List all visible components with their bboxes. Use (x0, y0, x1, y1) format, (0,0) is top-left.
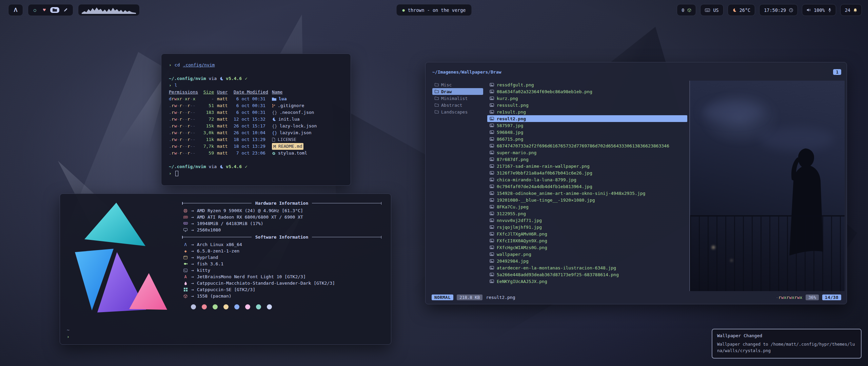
user-cell: matt (217, 129, 231, 136)
command-text: l (175, 82, 177, 89)
file-row[interactable]: 8FKa7Cu.jpeg (487, 203, 687, 210)
file-name: 5a266e448add93deab367d87173e9f25-6837886… (497, 272, 619, 277)
keyboard-layout-module[interactable]: US (700, 4, 723, 16)
sidebar-item-minimalist[interactable]: Minimalist (432, 95, 483, 102)
file-row[interactable]: 217167-sad-anime-rain-wallpaper.png (487, 163, 687, 169)
file-row[interactable]: 08a634fa02a32364f69ebc86a98eb1eb.png (487, 88, 687, 95)
sidebar-item-draw[interactable]: Draw (432, 88, 483, 95)
weather-module[interactable]: 26°C (728, 4, 755, 16)
file-row[interactable]: super-mario.png (487, 149, 687, 156)
file-manager-window[interactable]: ~/Imagenes/Wallpapers/Draw 1 MiscDrawMin… (425, 62, 847, 304)
volume-module[interactable]: 100% (802, 4, 836, 16)
notification-popup[interactable]: Wallpaper Changed Wallpaper changed to /… (712, 329, 862, 359)
palette-dot (267, 304, 272, 309)
file-name: 154928-odinokoe_anime-art-anime-okno-sin… (497, 191, 645, 196)
workspace-2-button[interactable]: ♥ (41, 7, 48, 13)
file-row[interactable]: rsjqojlmjhf91.jpg (487, 224, 687, 230)
file-row[interactable]: FXfcHgcWIAMzs0G.png (487, 244, 687, 251)
shell-prompt: ~ › (67, 327, 70, 340)
file-row[interactable]: resssult.png (487, 102, 687, 108)
workspaces: ○♥ (28, 4, 73, 16)
file-row[interactable]: FXfcII0X0AQyn9X.png (487, 237, 687, 244)
file-row[interactable]: re1sult.png (487, 108, 687, 115)
app-launcher-button[interactable]: Λ (8, 4, 23, 16)
file-row[interactable]: 0c794faf07de24a4db4d4fb1eb813964.jpg (487, 183, 687, 190)
arrow-icon: → (191, 220, 194, 227)
file-row[interactable]: chica-mirando-la-luna-8799.jpg (487, 176, 687, 183)
file-name: 3126f7e9bbf21a8a4af0b67b041c6e26.jpg (497, 170, 592, 176)
current-directory: ~/.config/nvim (169, 163, 206, 170)
updates-module[interactable]: 0 (677, 4, 696, 16)
user-cell: matt (217, 109, 231, 116)
name-cell: {}lazy-lock.json (272, 123, 343, 129)
date-cell: 6 oct 00:31 (234, 96, 269, 102)
icon-theme-value: Catppuccin-SE [GTK2/3] (197, 286, 255, 293)
media-player-module[interactable]: ● thrown - on the verge (396, 4, 472, 16)
file-row[interactable]: kurz.png (487, 95, 687, 102)
workspace-4-button[interactable] (61, 7, 70, 13)
audio-visualizer[interactable] (78, 4, 140, 16)
permissions-cell: .rw-r--r-- (169, 109, 196, 116)
memory-value: 10948MiB / 64183MiB (17%) (197, 220, 263, 227)
wm-value: Hyprland (197, 254, 218, 261)
sidebar-item-misc[interactable]: Misc (432, 81, 483, 88)
sidebar-item-abstract[interactable]: Abstract (432, 102, 483, 108)
heart-icon: ♥ (43, 8, 46, 12)
file-row[interactable]: EeNKYgIUcAAJ5JX.png (487, 278, 687, 285)
file-row[interactable]: 19201080-__blue-tinge__-1920×1080.jpg (487, 197, 687, 203)
folder-open-icon (435, 90, 439, 93)
file-row[interactable]: atardecer-en-la-montanas-ilustracion-634… (487, 264, 687, 271)
package-icon (687, 8, 691, 12)
file-row[interactable]: 5a266e448add93deab367d87173e9f25-6837886… (487, 271, 687, 278)
image-icon (490, 124, 494, 127)
file-name: 0c794faf07de24a4db4d4fb1eb813964.jpg (497, 184, 592, 189)
file-name: resssult.png (497, 103, 529, 108)
terminal-window[interactable]: ›cd.config/nvim ~/.config/nvimviav5.4.6✓… (161, 54, 351, 186)
circle-icon: ○ (34, 8, 36, 12)
file-row[interactable]: ressdfgult.png (487, 81, 687, 88)
file-row[interactable]: 587597.jpg (487, 122, 687, 129)
palette-dot (256, 304, 261, 309)
arrow-icon: → (191, 207, 194, 214)
image-icon (490, 137, 494, 141)
file-row[interactable]: wallpaper.png (487, 251, 687, 258)
lua-moon-icon (219, 77, 223, 81)
user-cell: matt (217, 136, 231, 143)
file-row[interactable]: nnvuv0xj2df71.jpg (487, 217, 687, 224)
date-cell: 6 oct 00:31 (234, 109, 269, 116)
file-row[interactable]: 20492984.jpg (487, 258, 687, 264)
file-row[interactable]: 68747470733a2f2f696d616765732d7769786d70… (487, 142, 687, 149)
file-row[interactable]: FXfcJlTXgAMvH6R.png (487, 230, 687, 237)
arrow-icon: → (191, 241, 194, 248)
size-cell: 7,7k (199, 143, 214, 150)
file-row[interactable]: 3122955.png (487, 210, 687, 217)
file-list-pane: ressdfgult.png08a634fa02a32364f69ebc86a9… (483, 78, 689, 292)
file-row[interactable]: 596848.jpg (487, 129, 687, 136)
image-icon (490, 185, 494, 188)
workspace-3-button[interactable] (50, 7, 59, 13)
terminal-command-line: ›l (169, 82, 343, 89)
git-icon (272, 104, 275, 108)
fastfetch-window[interactable]: Hardware Information →AMD Ryzen 9 5900X … (60, 194, 391, 345)
file-row[interactable]: 154928-odinokoe_anime-art-anime-okno-sin… (487, 190, 687, 197)
command-text: cd (175, 62, 180, 68)
sidebar-item-landscapes[interactable]: Landscapes (432, 108, 483, 115)
clock-module[interactable]: 17:50:29 (759, 4, 798, 16)
mic-icon (828, 8, 831, 12)
file-name: .gitignore (278, 102, 304, 109)
notifications-module[interactable]: 24 (840, 4, 862, 16)
file-row[interactable]: 87r687df.png (487, 156, 687, 163)
braces-icon: {} (272, 110, 277, 115)
image-icon (490, 151, 494, 154)
file-name: 3122955.png (497, 211, 526, 216)
terminal-input-line[interactable]: › (169, 170, 343, 177)
file-name: chica-mirando-la-luna-8799.jpg (497, 177, 576, 182)
workspace-1-button[interactable]: ○ (31, 7, 39, 13)
file-row[interactable]: 866715.png (487, 136, 687, 142)
file-row[interactable]: result2.png (487, 115, 687, 122)
braces-icon: {} (272, 131, 277, 135)
permissions-cell: .rw-r--r-- (169, 116, 196, 123)
image-icon (490, 90, 494, 93)
date-cell: 26 oct 15:17 (234, 123, 269, 129)
file-row[interactable]: 3126f7e9bbf21a8a4af0b67b041c6e26.jpg (487, 169, 687, 176)
